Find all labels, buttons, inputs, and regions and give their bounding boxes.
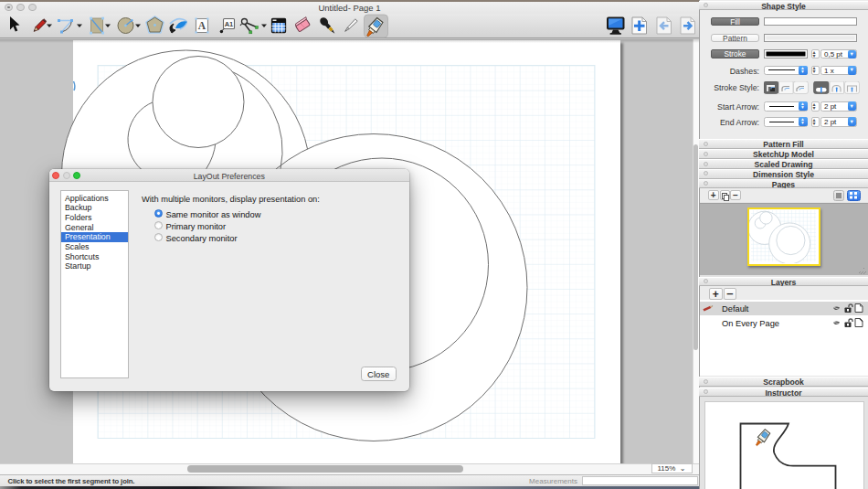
svg-text:A1: A1: [225, 20, 234, 28]
svg-text:A: A: [198, 20, 206, 31]
